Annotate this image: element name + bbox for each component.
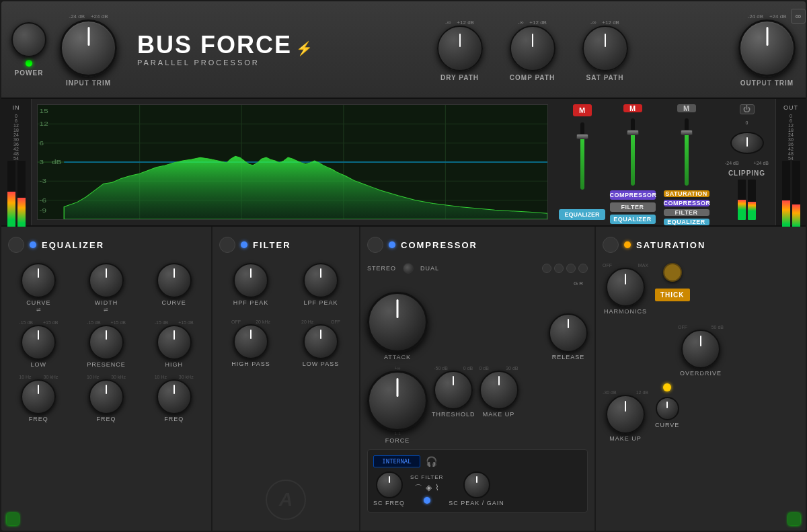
power-knob[interactable]: [11, 22, 46, 57]
sat-makeup-knob[interactable]: [606, 395, 645, 434]
comp-path-label: COMP PATH: [510, 74, 555, 81]
sc-freq-knob[interactable]: [376, 471, 403, 498]
sat-path-knob[interactable]: [582, 26, 628, 71]
lpf-peak-knob[interactable]: [303, 263, 338, 298]
hpf-peak-knob[interactable]: [233, 263, 268, 298]
fader-thumb-2[interactable]: [627, 130, 639, 135]
sat-strip-btn[interactable]: SATURATION: [664, 190, 709, 197]
comp-knobs-row: ATTACK RELEASE: [367, 292, 588, 360]
filter-led[interactable]: [241, 241, 247, 248]
channel-strip-comp: M COMPRESSOR FILTER EQUALIZER: [607, 99, 658, 225]
attack-cell: ATTACK: [367, 292, 428, 360]
eq-freq2-knob[interactable]: [89, 379, 124, 414]
eq-freq3-knob[interactable]: [157, 379, 192, 414]
eq-presence-cell: -15 dB+15 dB PRESENCE: [76, 320, 137, 368]
fader-thumb-3[interactable]: [681, 130, 693, 135]
power-led: [26, 60, 32, 67]
mute-btn-1[interactable]: M: [573, 104, 592, 116]
eq-curve2-knob[interactable]: [157, 263, 192, 298]
force-cell: +∞ 1.1 FORCE: [367, 366, 428, 444]
fader-thumb-1[interactable]: [576, 134, 588, 139]
svg-text:-3: -3: [40, 178, 47, 184]
comp-strip-btn-2[interactable]: COMPRESSOR: [664, 200, 709, 206]
sat-makeup-label: MAKE UP: [609, 435, 642, 442]
sat-path-section: -∞ +12 dB SAT PATH: [582, 18, 628, 81]
input-trim-label: INPUT TRIM: [66, 79, 111, 87]
comp-path-scale: -∞ +12 dB: [518, 20, 547, 26]
eq-row2: -15 dB+15 dB LOW -15 dB+15 dB PRESENCE -…: [8, 320, 204, 368]
release-knob[interactable]: [549, 313, 588, 352]
filter-strip-btn[interactable]: FILTER: [610, 202, 656, 212]
overdrive-cell: OFF50 dB OVERDRIVE: [603, 325, 799, 377]
thick-button[interactable]: THICK: [655, 289, 690, 301]
eq-presence-knob[interactable]: [89, 325, 124, 360]
fader-fill-1: [580, 136, 584, 190]
eq-low-label: LOW: [31, 361, 47, 368]
filter-header: FILTER: [219, 237, 352, 253]
eq-high-knob[interactable]: [157, 325, 192, 360]
input-trim-section: -24 dB +24 dB INPUT TRIM: [60, 12, 117, 87]
svg-text:6: 6: [40, 140, 44, 146]
output-trim-knob[interactable]: [738, 20, 796, 77]
force-knob[interactable]: [367, 371, 428, 431]
eq-high-cell: -15 dB+15 dB HIGH: [143, 320, 204, 368]
sat-title: SATURATION: [636, 240, 705, 250]
dry-path-knob[interactable]: [437, 26, 483, 71]
link-button[interactable]: ∞: [791, 9, 806, 24]
sc-top-row: INTERNAL 🎧: [373, 455, 582, 467]
comp-strip-btn[interactable]: COMPRESSOR: [610, 190, 656, 200]
sc-peak-label: SC PEAK / GAIN: [449, 500, 504, 506]
svg-text:-9: -9: [40, 208, 47, 214]
attack-label: ATTACK: [384, 354, 411, 360]
eq-presence-label: PRESENCE: [87, 361, 126, 368]
mute-btn-2[interactable]: M: [623, 104, 642, 112]
sc-symbol-2: ◈: [426, 483, 432, 494]
in-label: IN: [5, 104, 28, 111]
makeup-knob[interactable]: [479, 371, 518, 410]
eq-freq1-knob[interactable]: [21, 379, 56, 414]
high-pass-knob[interactable]: [233, 324, 268, 359]
eq-led[interactable]: [30, 241, 36, 248]
curve-label: CURVE: [655, 422, 679, 428]
input-trim-knob[interactable]: [60, 20, 117, 77]
sc-symbol-3: ⌇: [435, 483, 439, 494]
filter-strip-btn-2[interactable]: FILTER: [664, 209, 709, 216]
makeup-cell: 0 dB30 dB MAKE UP: [479, 366, 518, 444]
sc-led[interactable]: [424, 497, 430, 504]
sc-peak-knob[interactable]: [463, 471, 490, 498]
eq-low-knob[interactable]: [21, 325, 56, 360]
fader-track-1: [580, 122, 584, 190]
overdrive-knob[interactable]: [681, 330, 720, 369]
clipping-knob[interactable]: [730, 132, 764, 154]
sc-section: INTERNAL 🎧 SC FREQ SC FILTER ⌒ ◈ ⌇: [367, 449, 588, 512]
dry-path-label: DRY PATH: [440, 74, 479, 81]
sat-top-row: OFFMAX HARMONICS THICK: [603, 263, 799, 315]
clipping-power-btn[interactable]: ⏻: [740, 104, 755, 114]
eq-width-knob[interactable]: [89, 263, 124, 298]
comp-path-knob[interactable]: [510, 26, 555, 71]
eq-freq1-cell: 10 Hz30 kHz FREQ: [8, 375, 69, 422]
comp-stereo-row: STEREO DUAL: [367, 263, 588, 274]
mute-btn-3[interactable]: M: [677, 104, 696, 112]
thick-round-btn[interactable]: [663, 263, 682, 282]
sat-path-scale: -∞ +12 dB: [590, 20, 619, 26]
attack-knob[interactable]: [367, 292, 428, 352]
eq-strip-btn[interactable]: EQUALIZER: [610, 215, 656, 224]
low-pass-knob[interactable]: [303, 324, 338, 359]
sat-led[interactable]: [624, 241, 631, 248]
svg-text:dB: dB: [52, 159, 61, 165]
eq-strip-label[interactable]: EQUALIZER: [559, 209, 605, 220]
filter-icon: [219, 237, 235, 253]
eq-curve1-cell: CURVE ⇌: [8, 263, 69, 313]
harmonics-knob[interactable]: [606, 268, 645, 307]
eq-freq3-label: FREQ: [164, 416, 184, 422]
comp-led[interactable]: [389, 241, 395, 248]
threshold-knob[interactable]: [434, 371, 473, 410]
sat-bottom-row: -30 dB12 dB MAKE UP CURVE: [603, 383, 799, 442]
sc-freq-label: SC FREQ: [373, 500, 405, 506]
eq-strip-btn-2[interactable]: EQUALIZER: [664, 219, 709, 225]
eq-curve1-knob[interactable]: [21, 263, 56, 298]
curve-knob[interactable]: [656, 397, 679, 420]
middle-section: IN 061218243036424854 L R: [1, 99, 806, 227]
stereo-dual-knob[interactable]: [403, 263, 414, 274]
